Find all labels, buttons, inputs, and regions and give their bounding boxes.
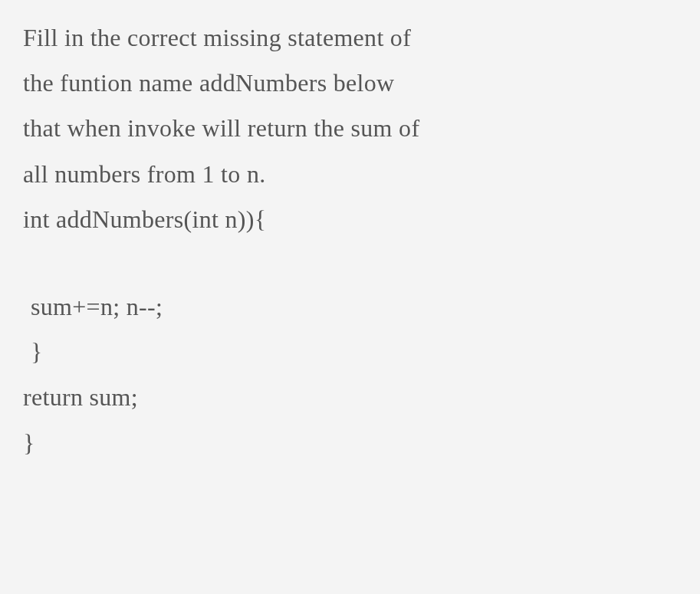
question-line-2: the funtion name addNumbers below bbox=[23, 61, 677, 106]
question-line-4: all numbers from 1 to n. bbox=[23, 152, 677, 197]
question-line-3: that when invoke will return the sum of bbox=[23, 106, 677, 151]
code-line-1: sum+=n; n--; bbox=[23, 284, 677, 330]
code-line-3: return sum; bbox=[23, 375, 677, 420]
question-line-1: Fill in the correct missing statement of bbox=[23, 15, 677, 61]
code-line-2: } bbox=[23, 330, 677, 375]
blank-gap bbox=[23, 242, 677, 284]
code-line-4: } bbox=[23, 421, 677, 466]
question-line-5: int addNumbers(int n)){ bbox=[23, 197, 677, 242]
